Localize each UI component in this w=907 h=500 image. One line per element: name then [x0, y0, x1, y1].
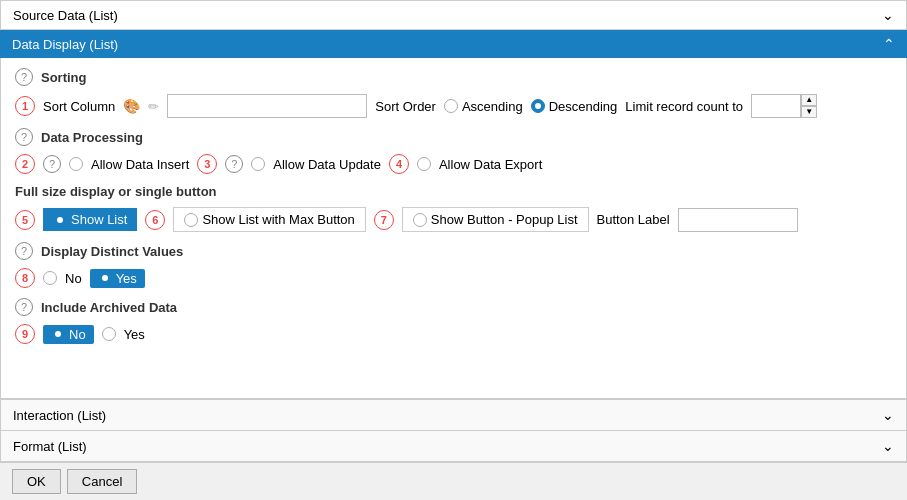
button-label-text: Button Label: [597, 212, 670, 227]
archived-header-row: ? Include Archived Data: [15, 298, 892, 316]
data-processing-label: Data Processing: [41, 130, 143, 145]
allow-update-help-icon[interactable]: ?: [225, 155, 243, 173]
archived-no-radio[interactable]: [51, 327, 65, 341]
full-size-section: Full size display or single button 5 Sho…: [15, 184, 892, 232]
show-button-radio[interactable]: [413, 213, 427, 227]
ascending-label: Ascending: [462, 99, 523, 114]
interaction-bar[interactable]: Interaction (List) ⌄: [0, 400, 907, 431]
sorting-section: ? Sorting 1 Sort Column 🎨 ✏ Sort Order A…: [15, 68, 892, 118]
source-data-bar[interactable]: Source Data (List) ⌄: [0, 0, 907, 30]
data-display-label: Data Display (List): [12, 37, 118, 52]
format-bar[interactable]: Format (List) ⌄: [0, 431, 907, 462]
archived-controls-row: 9 No Yes: [15, 324, 892, 344]
distinct-no-label: No: [65, 271, 82, 286]
dp-step3: 3: [197, 154, 217, 174]
archived-yes-label: Yes: [124, 327, 145, 342]
show-list-option[interactable]: Show List: [43, 208, 137, 231]
distinct-yes-group[interactable]: Yes: [90, 269, 145, 288]
fs-step7: 7: [374, 210, 394, 230]
data-display-chevron: ⌃: [883, 36, 895, 52]
limit-label: Limit record count to: [625, 99, 743, 114]
sort-column-input[interactable]: [167, 94, 367, 118]
allow-export-label: Allow Data Export: [439, 157, 542, 172]
content-area: ? Sorting 1 Sort Column 🎨 ✏ Sort Order A…: [0, 58, 907, 399]
limit-up-btn[interactable]: ▲: [801, 94, 817, 106]
allow-update-radio[interactable]: [251, 157, 265, 171]
distinct-header-row: ? Display Distinct Values: [15, 242, 892, 260]
data-processing-section: ? Data Processing 2 ? Allow Data Insert …: [15, 128, 892, 174]
descending-radio[interactable]: [531, 99, 545, 113]
dp-step-num: 2: [15, 154, 35, 174]
full-size-header-row: Full size display or single button: [15, 184, 892, 199]
paint-icon: 🎨: [123, 98, 140, 114]
archived-section: ? Include Archived Data 9 No Yes: [15, 298, 892, 344]
data-display-header: Data Display (List) ⌃: [0, 30, 907, 58]
archived-step-num: 9: [15, 324, 35, 344]
archived-no-label: No: [69, 327, 86, 342]
sorting-help-icon[interactable]: ?: [15, 68, 33, 86]
fs-step6: 6: [145, 210, 165, 230]
descending-label: Descending: [549, 99, 618, 114]
bottom-bars: Interaction (List) ⌄ Format (List) ⌄: [0, 399, 907, 462]
button-label-input[interactable]: [678, 208, 798, 232]
source-data-label: Source Data (List): [13, 8, 118, 23]
distinct-yes-label: Yes: [116, 271, 137, 286]
distinct-step-num: 8: [15, 268, 35, 288]
full-size-controls-row: 5 Show List 6 Show List with Max Button …: [15, 207, 892, 232]
allow-update-label: Allow Data Update: [273, 157, 381, 172]
ok-button[interactable]: OK: [12, 469, 61, 494]
show-list-max-radio[interactable]: [184, 213, 198, 227]
archived-no-group[interactable]: No: [43, 325, 94, 344]
ascending-radio[interactable]: [444, 99, 458, 113]
distinct-section: ? Display Distinct Values 8 No Yes: [15, 242, 892, 288]
distinct-no-radio[interactable]: [43, 271, 57, 285]
show-list-max-label: Show List with Max Button: [202, 212, 354, 227]
archived-help-icon[interactable]: ?: [15, 298, 33, 316]
data-processing-header-row: ? Data Processing: [15, 128, 892, 146]
allow-export-radio[interactable]: [417, 157, 431, 171]
distinct-yes-radio[interactable]: [98, 271, 112, 285]
source-data-chevron: ⌄: [882, 7, 894, 23]
show-button-popup-option[interactable]: Show Button - Popup List: [402, 207, 589, 232]
sort-step-num: 1: [15, 96, 35, 116]
full-size-label: Full size display or single button: [15, 184, 217, 199]
limit-spinner-wrap: 100 ▲ ▼: [751, 94, 817, 118]
show-button-label: Show Button - Popup List: [431, 212, 578, 227]
distinct-label: Display Distinct Values: [41, 244, 183, 259]
sorting-label: Sorting: [41, 70, 87, 85]
distinct-help-icon[interactable]: ?: [15, 242, 33, 260]
interaction-chevron: ⌄: [882, 407, 894, 423]
show-list-max-option[interactable]: Show List with Max Button: [173, 207, 365, 232]
distinct-controls-row: 8 No Yes: [15, 268, 892, 288]
data-processing-controls-row: 2 ? Allow Data Insert 3 ? Allow Data Upd…: [15, 154, 892, 174]
show-list-radio[interactable]: [53, 213, 67, 227]
cancel-button[interactable]: Cancel: [67, 469, 137, 494]
sorting-controls-row: 1 Sort Column 🎨 ✏ Sort Order Ascending D…: [15, 94, 892, 118]
sort-order-label: Sort Order: [375, 99, 436, 114]
allow-insert-radio[interactable]: [69, 157, 83, 171]
sorting-header-row: ? Sorting: [15, 68, 892, 86]
show-list-label: Show List: [71, 212, 127, 227]
fs-step-num: 5: [15, 210, 35, 230]
descending-radio-group: Descending: [531, 99, 618, 114]
limit-spinner: ▲ ▼: [801, 94, 817, 118]
sort-column-label: Sort Column: [43, 99, 115, 114]
pencil-icon: ✏: [148, 99, 159, 114]
archived-label: Include Archived Data: [41, 300, 177, 315]
data-processing-help-icon[interactable]: ?: [15, 128, 33, 146]
interaction-label: Interaction (List): [13, 408, 106, 423]
dp-step4: 4: [389, 154, 409, 174]
footer: OK Cancel: [0, 462, 907, 500]
format-label: Format (List): [13, 439, 87, 454]
limit-input[interactable]: 100: [751, 94, 801, 118]
ascending-radio-group: Ascending: [444, 99, 523, 114]
allow-insert-help-icon[interactable]: ?: [43, 155, 61, 173]
limit-down-btn[interactable]: ▼: [801, 106, 817, 118]
archived-yes-radio[interactable]: [102, 327, 116, 341]
allow-insert-label: Allow Data Insert: [91, 157, 189, 172]
format-chevron: ⌄: [882, 438, 894, 454]
